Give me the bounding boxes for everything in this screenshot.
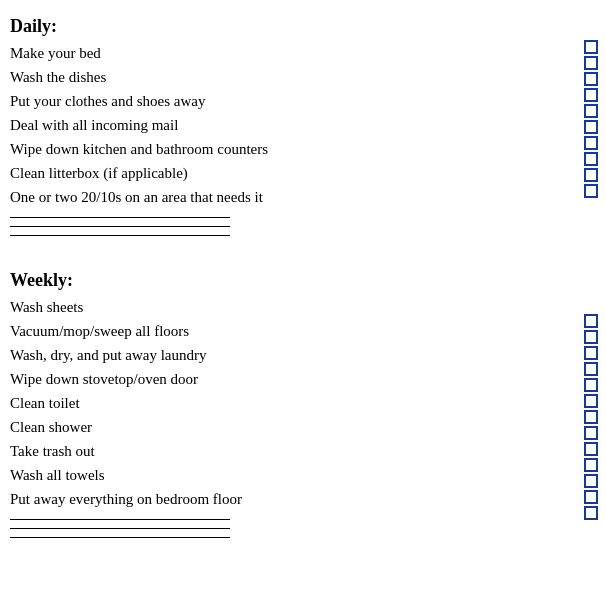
checkbox[interactable] <box>584 88 598 102</box>
list-item: Wash the dishes <box>10 65 566 89</box>
daily-section: Daily: Make your bed Wash the dishes Put… <box>10 16 566 236</box>
list-item: Put away everything on bedroom floor <box>10 487 566 511</box>
checkbox[interactable] <box>584 394 598 408</box>
content-area: Daily: Make your bed Wash the dishes Put… <box>10 10 576 596</box>
list-item: Deal with all incoming mail <box>10 113 566 137</box>
checkbox[interactable] <box>584 442 598 456</box>
checkbox[interactable] <box>584 40 598 54</box>
checkbox[interactable] <box>584 152 598 166</box>
checkbox[interactable] <box>584 184 598 198</box>
checkbox[interactable] <box>584 56 598 70</box>
checkbox[interactable] <box>584 72 598 86</box>
checkbox[interactable] <box>584 120 598 134</box>
list-item: Wash, dry, and put away laundry <box>10 343 566 367</box>
checkbox[interactable] <box>584 474 598 488</box>
list-item: Wipe down stovetop/oven door <box>10 367 566 391</box>
blank-line-5 <box>10 528 230 529</box>
weekly-section: Weekly: Wash sheets Vacuum/mop/sweep all… <box>10 270 566 538</box>
list-item: Wipe down kitchen and bathroom counters <box>10 137 566 161</box>
checkbox[interactable] <box>584 410 598 424</box>
weekly-title: Weekly: <box>10 270 566 291</box>
checkbox[interactable] <box>584 104 598 118</box>
checkbox[interactable] <box>584 168 598 182</box>
list-item: Take trash out <box>10 439 566 463</box>
list-item: Vacuum/mop/sweep all floors <box>10 319 566 343</box>
list-item: Clean shower <box>10 415 566 439</box>
list-item: Clean toilet <box>10 391 566 415</box>
daily-title: Daily: <box>10 16 566 37</box>
checkbox[interactable] <box>584 506 598 520</box>
checkbox[interactable] <box>584 490 598 504</box>
blank-line-4 <box>10 519 230 520</box>
blank-line-1 <box>10 217 230 218</box>
checkbox[interactable] <box>584 426 598 440</box>
checkbox[interactable] <box>584 362 598 376</box>
blank-line-6 <box>10 537 230 538</box>
section-gap <box>10 236 566 264</box>
list-item: One or two 20/10s on an area that needs … <box>10 185 566 209</box>
list-item: Make your bed <box>10 41 566 65</box>
checkbox[interactable] <box>584 330 598 344</box>
list-item: Clean litterbox (if applicable) <box>10 161 566 185</box>
page: Daily: Make your bed Wash the dishes Put… <box>0 0 606 606</box>
checkbox[interactable] <box>584 314 598 328</box>
checkbox[interactable] <box>584 378 598 392</box>
blank-line-2 <box>10 226 230 227</box>
list-item: Wash sheets <box>10 295 566 319</box>
checkbox[interactable] <box>584 458 598 472</box>
checkbox[interactable] <box>584 136 598 150</box>
list-item: Wash all towels <box>10 463 566 487</box>
checkbox[interactable] <box>584 346 598 360</box>
list-item: Put your clothes and shoes away <box>10 89 566 113</box>
